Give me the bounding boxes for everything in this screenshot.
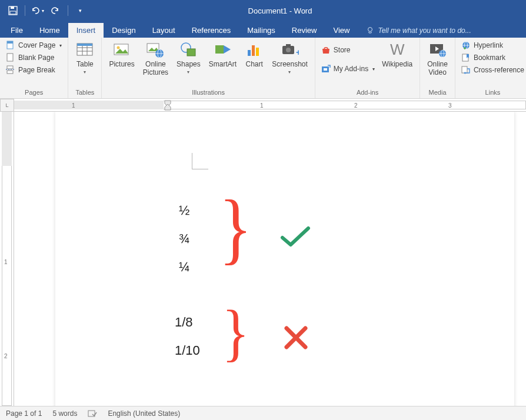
svg-point-29	[286, 48, 291, 52]
online-video-label: Online Video	[427, 61, 448, 77]
page-canvas[interactable]: ½ ¾ ¼ } 1/8 1/10 }	[14, 112, 526, 406]
cross-reference-label: Cross-reference	[474, 66, 524, 74]
page-break-icon	[6, 65, 15, 75]
svg-point-3	[368, 28, 372, 32]
tab-layout[interactable]: Layout	[144, 23, 184, 38]
video-icon	[428, 41, 447, 59]
group-media-label: Media	[424, 88, 451, 98]
bookmark-icon	[461, 53, 471, 62]
wikipedia-label: Wikipedia	[382, 61, 412, 69]
tab-file[interactable]: File	[2, 23, 31, 38]
ruler-tick: 1	[72, 102, 75, 109]
group-tables-label: Tables	[72, 88, 98, 98]
proofing-icon[interactable]	[88, 409, 97, 418]
status-language[interactable]: English (United States)	[108, 409, 180, 418]
svg-rect-24	[215, 45, 224, 54]
bookmark-button[interactable]: Bookmark	[459, 52, 526, 64]
group-links-label: Links	[459, 88, 526, 98]
wikipedia-button[interactable]: W Wikipedia	[378, 39, 416, 70]
brace-icon: }	[222, 296, 249, 369]
tab-mailings[interactable]: Mailings	[239, 23, 284, 38]
quick-access-toolbar: ▾ ▾	[0, 2, 93, 19]
cross-reference-button[interactable]: Cross-reference	[459, 64, 526, 76]
svg-rect-23	[187, 49, 195, 56]
doc-text-half[interactable]: ½	[179, 203, 189, 218]
doc-text-quarter[interactable]: ¼	[179, 259, 189, 275]
redo-button[interactable]	[48, 2, 64, 19]
addins-icon	[321, 64, 331, 74]
chart-button[interactable]: Chart	[241, 39, 267, 70]
blank-page-icon	[6, 53, 15, 62]
chart-label: Chart	[245, 61, 262, 69]
redo-icon	[51, 6, 61, 15]
cover-page-button[interactable]: Cover Page▾	[4, 39, 64, 51]
page: ½ ¾ ¼ } 1/8 1/10 }	[55, 112, 514, 406]
ruler-tick: 2	[4, 353, 8, 359]
chevron-down-icon: ▾	[372, 66, 375, 72]
group-links: Hyperlink Bookmark Cross-reference Links	[455, 38, 526, 98]
tab-view[interactable]: View	[325, 23, 358, 38]
indent-marker-icon[interactable]	[164, 99, 172, 111]
chevron-down-icon: ▾	[288, 69, 291, 75]
pictures-button[interactable]: Pictures	[105, 39, 138, 70]
group-illustrations-label: Illustrations	[105, 88, 311, 98]
undo-icon	[30, 6, 41, 15]
doc-text-threequarter[interactable]: ¾	[179, 231, 189, 246]
cover-page-label: Cover Page	[18, 41, 55, 49]
svg-rect-30	[286, 44, 291, 46]
hyperlink-button[interactable]: Hyperlink	[459, 39, 526, 51]
smartart-button[interactable]: SmartArt	[205, 39, 240, 70]
tab-references[interactable]: References	[184, 23, 239, 38]
doc-text-eighth[interactable]: 1/8	[175, 315, 193, 330]
svg-rect-15	[77, 44, 92, 46]
ruler-corner[interactable]: L	[0, 99, 14, 112]
my-addins-label: My Add-ins	[334, 65, 368, 73]
separator	[25, 5, 25, 16]
shapes-button[interactable]: Shapes ▾	[173, 39, 204, 76]
vertical-ruler[interactable]: 1 2	[0, 112, 14, 406]
svg-rect-27	[256, 48, 259, 56]
window-title: Document1 - Word	[93, 6, 526, 15]
store-button[interactable]: Store	[319, 44, 377, 56]
horizontal-ruler[interactable]: 1 1 2 3	[14, 99, 526, 112]
online-pictures-button[interactable]: Online Pictures	[139, 39, 172, 78]
group-illustrations: Pictures Online Pictures Shapes ▾ SmartA…	[102, 38, 315, 98]
save-icon	[8, 6, 18, 15]
status-words[interactable]: 5 words	[52, 409, 77, 418]
document-area: 1 2 ½ ¾ ¼ } 1/8 1/10 }	[0, 112, 526, 406]
blank-page-label: Blank Page	[18, 54, 54, 62]
customize-qat-button[interactable]: ▾	[72, 2, 88, 19]
crossref-icon	[461, 65, 471, 75]
tab-home[interactable]: Home	[31, 23, 68, 38]
svg-rect-25	[248, 50, 251, 56]
online-video-button[interactable]: Online Video	[424, 39, 451, 78]
bookmark-label: Bookmark	[474, 54, 505, 62]
brace-icon: }	[219, 182, 252, 274]
smartart-icon	[213, 41, 232, 59]
tell-me-search[interactable]: Tell me what you want to do...	[358, 24, 479, 38]
svg-point-17	[117, 46, 120, 49]
group-media: Online Video Media	[420, 38, 455, 98]
doc-text-tenth[interactable]: 1/10	[175, 343, 200, 358]
table-button[interactable]: Table ▾	[72, 39, 98, 76]
svg-text:+: +	[296, 48, 299, 57]
svg-rect-6	[7, 54, 13, 61]
save-button[interactable]	[5, 2, 21, 19]
group-pages: Cover Page▾ Blank Page Page Break Pages	[0, 38, 68, 98]
undo-button[interactable]: ▾	[29, 2, 45, 19]
tab-review[interactable]: Review	[284, 23, 325, 38]
svg-rect-26	[252, 45, 255, 56]
checkmark-icon	[279, 225, 312, 249]
chevron-down-icon: ▾	[42, 8, 44, 14]
page-break-button[interactable]: Page Break	[4, 64, 64, 76]
chevron-down-icon: ▾	[79, 8, 82, 14]
margin-indicator	[192, 153, 208, 169]
screenshot-button[interactable]: + Screenshot ▾	[268, 39, 311, 76]
tab-design[interactable]: Design	[104, 23, 144, 38]
my-addins-button[interactable]: My Add-ins ▾	[319, 63, 377, 75]
hyperlink-label: Hyperlink	[474, 41, 503, 49]
blank-page-button[interactable]: Blank Page	[4, 52, 64, 64]
tab-insert[interactable]: Insert	[68, 23, 104, 38]
status-page[interactable]: Page 1 of 1	[6, 409, 42, 418]
chart-icon	[245, 41, 264, 59]
